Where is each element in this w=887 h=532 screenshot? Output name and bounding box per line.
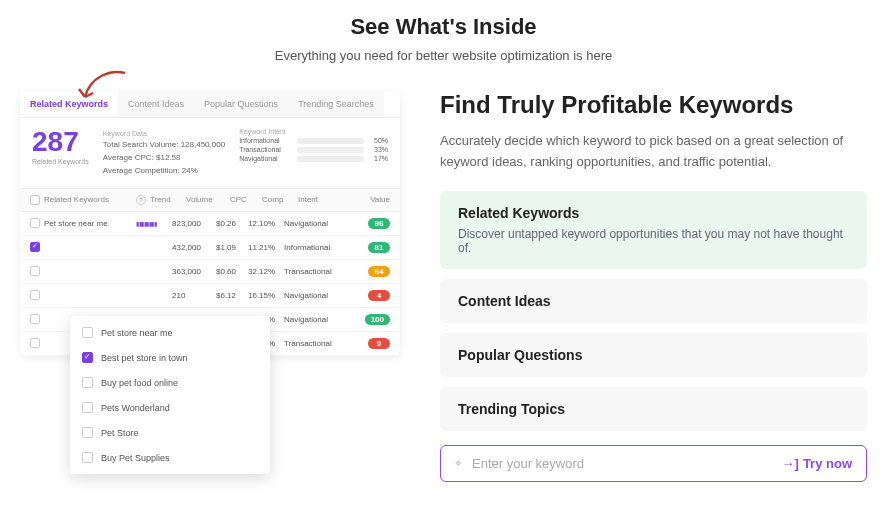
hero-subtitle: Everything you need for better website o…	[0, 48, 887, 63]
cell-comp: 32.12%	[248, 267, 280, 276]
intent-bar	[297, 138, 364, 144]
row-checkbox[interactable]	[30, 242, 40, 252]
dropdown-label: Pets Wonderland	[101, 403, 170, 413]
col-volume: Volume	[186, 195, 226, 204]
cell-intent: Navigational	[284, 291, 336, 300]
cell-cpc: $0.60	[216, 267, 244, 276]
target-icon: ⌖	[455, 456, 462, 470]
dropdown-checkbox[interactable]	[82, 452, 93, 463]
accordion-popular-questions[interactable]: Popular Questions	[440, 333, 867, 377]
keyword-search-bar[interactable]: ⌖ Enter your keyword →] Try now	[440, 445, 867, 482]
intent-bar	[297, 147, 364, 153]
row-checkbox[interactable]	[30, 218, 40, 228]
cell-cpc: $6.12	[216, 291, 244, 300]
help-icon[interactable]: ?	[136, 195, 146, 205]
tab-popular-questions[interactable]: Popular Questions	[194, 91, 288, 117]
table-header: Related Keywords ? Trend Volume CPC Comp…	[20, 188, 400, 212]
table-row[interactable]: 210$6.1216.15%Navigational4	[20, 284, 400, 308]
dropdown-item[interactable]: Buy Pet Supplies	[70, 445, 270, 470]
cell-value: 0	[340, 338, 390, 349]
try-now-label: Try now	[803, 456, 852, 471]
select-all-checkbox[interactable]	[30, 195, 40, 205]
hero-title: See What's Inside	[0, 14, 887, 40]
cell-value: 64	[340, 266, 390, 277]
dropdown-item[interactable]: Buy pet food online	[70, 370, 270, 395]
cell-value: 4	[340, 290, 390, 301]
cell-value: 81	[340, 242, 390, 253]
try-now-button[interactable]: →] Try now	[782, 456, 852, 471]
kd-line: Average CPC: $12.58	[103, 152, 225, 165]
accordion-title: Related Keywords	[458, 205, 849, 221]
kd-line: Total Search Volume: 128,450,000	[103, 139, 225, 152]
dropdown-item[interactable]: Pet store near me	[70, 320, 270, 345]
intent-label: Informational	[239, 137, 293, 144]
row-checkbox[interactable]	[30, 338, 40, 348]
table-row[interactable]: 363,000$0.6032.12%Transactional64	[20, 260, 400, 284]
intent-pct: 33%	[368, 146, 388, 153]
col-value: Value	[354, 195, 390, 204]
cell-keyword: Pet store near me	[44, 219, 132, 228]
table-row[interactable]: Pet store near me▮▮▮▮▮▮▮▮823,000$0.2612.…	[20, 212, 400, 236]
feature-title: Find Truly Profitable Keywords	[440, 91, 867, 119]
cell-comp: 16.15%	[248, 291, 280, 300]
keyword-count-label: Related Keywords	[32, 158, 89, 165]
cell-comp: 12.10%	[248, 219, 280, 228]
cell-value: 100	[340, 314, 390, 325]
cell-volume: 210	[172, 291, 212, 300]
col-trend: Trend	[150, 195, 182, 204]
dropdown-item[interactable]: Pets Wonderland	[70, 395, 270, 420]
screenshot-panel: Related Keywords Content Ideas Popular Q…	[20, 91, 400, 356]
accordion-trending-topics[interactable]: Trending Topics	[440, 387, 867, 431]
keyword-count: 287	[32, 128, 89, 156]
col-intent: Intent	[298, 195, 350, 204]
dropdown-checkbox[interactable]	[82, 327, 93, 338]
cell-intent: Navigational	[284, 315, 336, 324]
suggestion-dropdown: Pet store near meBest pet store in townB…	[70, 316, 270, 474]
row-checkbox[interactable]	[30, 290, 40, 300]
intent-label: Navigational	[239, 155, 293, 162]
kd-line: Average Competition: 24%	[103, 165, 225, 178]
dropdown-label: Pet Store	[101, 428, 139, 438]
accordion-related-keywords[interactable]: Related Keywords Discover untapped keywo…	[440, 191, 867, 269]
dropdown-item[interactable]: Best pet store in town	[70, 345, 270, 370]
cell-volume: 823,000	[172, 219, 212, 228]
row-checkbox[interactable]	[30, 314, 40, 324]
cell-comp: 11.21%	[248, 243, 280, 252]
accordion-sub: Discover untapped keyword opportunities …	[458, 227, 849, 255]
dropdown-label: Buy pet food online	[101, 378, 178, 388]
cell-volume: 363,000	[172, 267, 212, 276]
arrow-icon	[75, 69, 135, 108]
row-checkbox[interactable]	[30, 266, 40, 276]
search-placeholder[interactable]: Enter your keyword	[472, 456, 772, 471]
col-cpc: CPC	[230, 195, 258, 204]
feature-desc: Accurately decide which keyword to pick …	[440, 131, 867, 173]
tab-trending-searches[interactable]: Trending Searches	[288, 91, 384, 117]
cell-cpc: $1.09	[216, 243, 244, 252]
dropdown-item[interactable]: Pet Store	[70, 420, 270, 445]
cell-volume: 432,000	[172, 243, 212, 252]
accordion-title: Popular Questions	[458, 347, 849, 363]
intent-pct: 50%	[368, 137, 388, 144]
accordion-title: Trending Topics	[458, 401, 849, 417]
kd-header: Keyword Data	[103, 128, 225, 139]
dropdown-label: Best pet store in town	[101, 353, 188, 363]
cell-intent: Navigational	[284, 219, 336, 228]
intent-header: Keyword Intent	[239, 128, 388, 135]
arrow-right-icon: →]	[782, 456, 799, 471]
accordion-title: Content Ideas	[458, 293, 849, 309]
col-keyword: Related Keywords	[44, 195, 132, 204]
keyword-data: Keyword Data Total Search Volume: 128,45…	[103, 128, 225, 178]
cell-intent: Transactional	[284, 267, 336, 276]
dropdown-checkbox[interactable]	[82, 352, 93, 363]
feature-panel: Find Truly Profitable Keywords Accuratel…	[440, 91, 867, 482]
dropdown-checkbox[interactable]	[82, 402, 93, 413]
cell-intent: Informational	[284, 243, 336, 252]
dropdown-checkbox[interactable]	[82, 427, 93, 438]
cell-trend: ▮▮▮▮▮▮▮▮	[136, 220, 168, 227]
accordion-content-ideas[interactable]: Content Ideas	[440, 279, 867, 323]
keyword-count-block: 287 Related Keywords	[32, 128, 89, 178]
intent-bar	[297, 156, 364, 162]
table-row[interactable]: 432,000$1.0911.21%Informational81	[20, 236, 400, 260]
cell-cpc: $0.26	[216, 219, 244, 228]
dropdown-checkbox[interactable]	[82, 377, 93, 388]
